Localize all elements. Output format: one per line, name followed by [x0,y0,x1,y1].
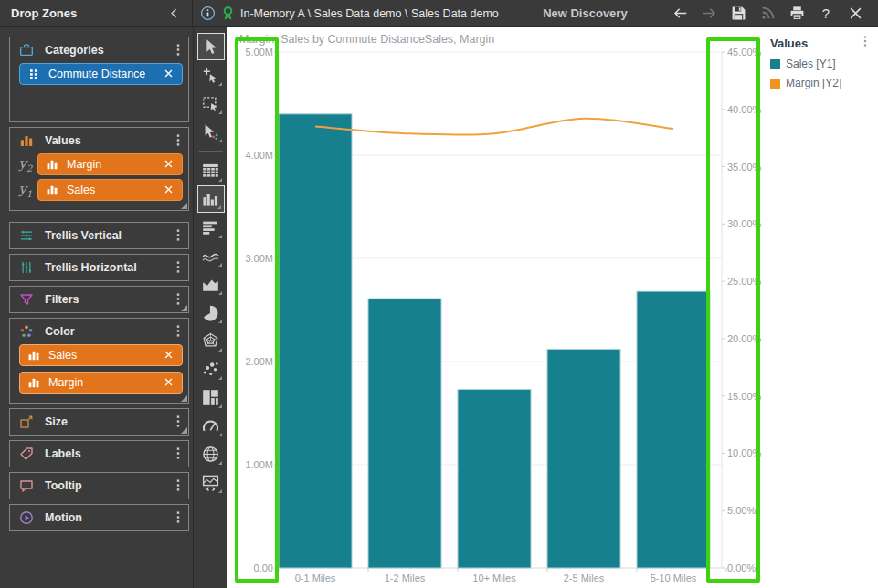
chip-sales[interactable]: Sales [37,179,183,201]
size-label: Size [45,415,173,428]
size-menu-icon[interactable] [173,415,184,429]
mini-bars-icon [19,133,34,148]
help-button[interactable]: ? [818,5,834,22]
forward-button[interactable] [701,5,717,22]
remove-chip-icon[interactable] [162,349,175,362]
save-button[interactable] [730,5,746,22]
filters-menu-icon[interactable] [173,292,184,307]
hbar-chart-tool[interactable] [197,214,225,241]
trellis-horizontal-icon [19,260,34,275]
top-bar-actions: ? [672,5,871,22]
tooltip-menu-icon[interactable] [173,478,184,493]
trellis-horizontal-label: Trellis Horizontal [45,261,173,274]
pointer-plus-tool[interactable] [197,61,225,89]
tooltip-label: Tooltip [45,479,173,492]
area-chart-tool[interactable] [197,270,225,298]
trellis-vertical-icon [19,228,34,243]
tooltip-icon [19,478,34,493]
drop-zone-tooltip: Tooltip [9,472,189,499]
remove-chip-icon[interactable] [162,184,175,197]
legend-swatch [770,59,780,69]
motion-menu-icon[interactable] [173,510,184,525]
marquee-select-tool[interactable] [197,89,225,117]
margin-line[interactable] [315,119,673,135]
remove-chip-icon[interactable] [162,376,175,390]
breadcrumb: In-Memory A \ Sales Data demo \ Sales Da… [240,7,499,20]
drop-zone-filters: Filters [9,286,189,313]
svg-text:5-10 Miles: 5-10 Miles [651,572,697,583]
trellis-vertical-menu-icon[interactable] [173,228,184,243]
chip-label: Margin [67,158,162,171]
pointer-tool[interactable] [197,33,225,60]
bar-0-1 Miles[interactable] [279,114,352,568]
tag-icon [19,446,34,461]
gauge-tool[interactable] [197,412,225,439]
back-button[interactable] [672,5,688,22]
line-chart-tool[interactable] [197,242,225,269]
print-button[interactable] [788,5,805,22]
chart-canvas[interactable]: Margin, Sales by Commute DistanceSales, … [227,27,878,588]
feed-button[interactable] [759,5,776,22]
bar-1-2 Miles[interactable] [368,299,441,568]
labels-menu-icon[interactable] [173,446,184,461]
highlight-y2-axis [706,37,760,583]
bar-5-10 Miles[interactable] [637,291,710,568]
bar-10+ Miles[interactable] [458,390,531,568]
categories-label: Categories [45,44,173,57]
top-bar: Drop Zones In-Memory A \ Sales Data demo… [0,0,878,27]
legend-item[interactable]: Sales [Y1] [770,58,873,70]
chip-label: Sales [67,184,162,196]
top-bar-main: In-Memory A \ Sales Data demo \ Sales Da… [193,0,878,26]
legend-swatch [770,79,780,89]
drop-zone-trellis-vertical: Trellis Vertical [9,222,189,249]
svg-text:0-1 Miles: 0-1 Miles [295,572,336,583]
info-icon[interactable] [200,5,216,21]
briefcase-icon [19,43,34,58]
scatter-chart-tool[interactable] [197,355,225,383]
legend-label: Margin [Y2] [786,77,841,89]
trellis-horizontal-menu-icon[interactable] [173,260,184,275]
motion-label: Motion [45,511,173,524]
drop-zones-title: Drop Zones [11,6,77,20]
drop-zone-categories: CategoriesCommute Distance [9,37,189,122]
drop-zone-values: Valuesy2Marginy1Sales [9,127,189,211]
remove-chip-icon[interactable] [162,68,175,81]
drop-zones-panel: CategoriesCommute DistanceValuesy2Margin… [0,27,193,588]
sales-bars[interactable] [279,114,710,568]
chip-margin[interactable]: Margin [19,372,183,394]
values-menu-icon[interactable] [173,133,184,148]
pie-chart-tool[interactable] [197,299,225,326]
grip-icon [27,68,40,80]
trellis-vertical-label: Trellis Vertical [45,229,173,242]
categories-menu-icon[interactable] [173,43,184,58]
color-label: Color [45,325,173,338]
bar-chart-tool[interactable] [197,185,225,213]
ribbon-icon [220,5,236,21]
app-window: Drop Zones In-Memory A \ Sales Data demo… [0,0,878,588]
chart-type-toolbar [193,27,227,588]
lasso-select-tool[interactable] [197,118,225,145]
custom-chart-tool[interactable] [197,468,225,496]
map-tool[interactable] [197,440,225,467]
motion-icon [19,510,34,525]
color-menu-icon[interactable] [173,324,184,339]
chip-commute-distance[interactable]: Commute Distance [19,63,183,85]
table-tool[interactable] [197,157,225,184]
axis-slot-y1: y1 [14,181,37,199]
chip-margin[interactable]: Margin [37,153,183,175]
bar-2-5 Miles[interactable] [547,349,620,568]
treemap-tool[interactable] [197,383,225,411]
mini-bars-icon [27,349,40,362]
highlight-y1-axis [235,37,279,583]
legend-item[interactable]: Margin [Y2] [770,77,873,89]
legend-menu-icon[interactable] [863,35,873,51]
remove-chip-icon[interactable] [162,158,175,172]
radar-chart-tool[interactable] [197,327,225,354]
chip-sales[interactable]: Sales [19,344,183,366]
collapse-panel-button[interactable] [168,6,183,21]
drop-zone-color: ColorSalesMargin [9,318,189,404]
drop-zones-header: Drop Zones [0,0,193,26]
funnel-icon [19,292,34,307]
color-dots-icon [19,324,34,339]
close-button[interactable] [847,5,863,22]
